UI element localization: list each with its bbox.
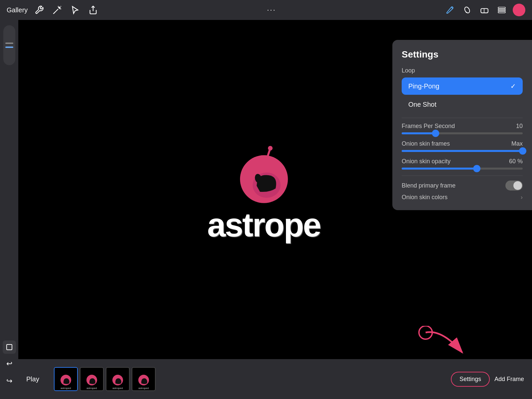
svg-rect-10 [498, 9, 505, 11]
toolbar-right [444, 4, 525, 16]
frames-area: astroped astroped astroped [47, 367, 451, 391]
settings-title: Settings [402, 49, 523, 60]
frame-thumbnail-4 [135, 371, 152, 387]
blend-toggle-row: Blend primary frame [402, 181, 523, 191]
frame-thumb-3[interactable]: astroped [106, 367, 130, 391]
share-button[interactable] [87, 4, 99, 16]
settings-panel: Settings Loop Ping-Pong ✓ One Shot Frame… [392, 40, 532, 210]
brush-size-block [3, 25, 15, 65]
onion-frames-slider-fill [402, 150, 523, 152]
selection-button[interactable] [69, 4, 81, 16]
brush-tool-button[interactable] [444, 4, 456, 16]
blend-label: Blend primary frame [402, 182, 456, 189]
transform-icon [6, 343, 13, 351]
smudge-icon [462, 5, 472, 15]
svg-line-0 [54, 11, 56, 14]
frame-thumb-4[interactable]: astroped [132, 367, 156, 391]
svg-rect-12 [7, 344, 12, 350]
brush-icon [445, 5, 455, 15]
svg-point-6 [464, 6, 471, 14]
redo-button[interactable]: ↪ [3, 375, 15, 387]
svg-rect-9 [498, 7, 505, 8]
frame-label-4: astroped [132, 387, 155, 390]
frame-thumbnail-1 [58, 371, 74, 387]
loop-label: Loop [402, 67, 523, 74]
settings-button[interactable]: Settings [451, 372, 490, 387]
bottom-right-buttons: Settings Add Frame [451, 372, 532, 387]
color-picker-button[interactable] [513, 4, 525, 16]
fps-slider-thumb[interactable] [432, 130, 439, 137]
svg-line-2 [61, 6, 61, 6]
blend-toggle[interactable] [505, 181, 523, 191]
onion-frames-slider-track[interactable] [402, 150, 523, 152]
magic-wand-button[interactable] [51, 4, 64, 16]
fps-label: Frames Per Second [402, 123, 455, 130]
svg-line-3 [58, 6, 59, 6]
ping-pong-option[interactable]: Ping-Pong ✓ [402, 77, 523, 95]
logo-icon [230, 139, 297, 206]
onion-opacity-slider-track[interactable] [402, 168, 523, 170]
wrench-button[interactable] [33, 4, 46, 16]
svg-point-16 [268, 146, 272, 151]
onion-frames-slider-thumb[interactable] [519, 147, 526, 155]
frame-thumb-2[interactable]: astroped [80, 367, 104, 391]
play-button[interactable]: Play [18, 359, 47, 399]
brush-opacity-slider[interactable] [5, 43, 13, 44]
layers-button[interactable] [495, 4, 508, 16]
frame-label-1: astroped [55, 387, 77, 390]
onion-opacity-label: Onion skin opacity [402, 158, 451, 165]
fps-slider-track[interactable] [402, 132, 523, 134]
transform-button[interactable] [3, 340, 16, 354]
undo-button[interactable]: ↩ [3, 358, 15, 370]
smudge-tool-button[interactable] [461, 4, 473, 16]
fps-slider-fill [402, 132, 436, 134]
ping-pong-label: Ping-Pong [408, 82, 439, 90]
onion-frames-value: Max [511, 140, 523, 147]
share-icon [88, 5, 98, 15]
onion-frames-label: Onion skin frames [402, 140, 450, 147]
divider-1 [402, 118, 523, 118]
selection-icon [70, 5, 80, 15]
svg-rect-11 [498, 11, 505, 13]
fps-value: 10 [516, 123, 523, 130]
layers-icon [497, 5, 507, 15]
svg-rect-7 [481, 9, 488, 13]
divider-2 [402, 176, 523, 176]
toolbar-left: Gallery [7, 4, 99, 16]
add-frame-button[interactable]: Add Frame [494, 376, 524, 383]
frame-thumb-1[interactable]: astroped [54, 367, 78, 391]
one-shot-option[interactable]: One Shot [402, 96, 523, 113]
left-sidebar: ↩ ↪ [0, 20, 18, 399]
toolbar-center: ··· [267, 6, 276, 14]
svg-point-1 [59, 7, 61, 8]
frame-thumbnail-2 [83, 371, 100, 387]
magic-wand-icon [53, 5, 62, 15]
frame-label-3: astroped [106, 387, 129, 390]
eraser-tool-button[interactable] [478, 4, 491, 16]
onion-colors-row[interactable]: Onion skin colors › [402, 194, 523, 201]
onion-opacity-slider-thumb[interactable] [473, 165, 480, 172]
top-toolbar: Gallery ··· [0, 0, 532, 20]
gallery-button[interactable]: Gallery [7, 6, 28, 14]
sidebar-bottom: ↩ ↪ [3, 358, 15, 387]
onion-opacity-row: Onion skin opacity 60 % [402, 158, 523, 165]
svg-line-4 [61, 9, 61, 9]
onion-colors-label: Onion skin colors [402, 194, 448, 201]
frame-label-2: astroped [80, 387, 103, 390]
frame-thumbnail-3 [109, 371, 126, 387]
onion-frames-row: Onion skin frames Max [402, 140, 523, 147]
brush-size-slider[interactable] [5, 47, 13, 48]
ping-pong-checkmark: ✓ [510, 82, 516, 90]
blend-toggle-knob [513, 181, 522, 190]
logo-container: astrope [207, 139, 320, 244]
eraser-icon [479, 5, 489, 15]
three-dots[interactable]: ··· [267, 6, 276, 14]
onion-colors-chevron: › [521, 194, 523, 201]
bottom-bar: Play astroped astroped [18, 359, 532, 399]
onion-opacity-value: 60 % [509, 158, 523, 165]
fps-row: Frames Per Second 10 [402, 123, 523, 130]
one-shot-label: One Shot [408, 101, 437, 108]
canvas-logo-text: astrope [207, 206, 320, 244]
wrench-icon [35, 5, 44, 15]
onion-opacity-slider-fill [402, 168, 477, 170]
